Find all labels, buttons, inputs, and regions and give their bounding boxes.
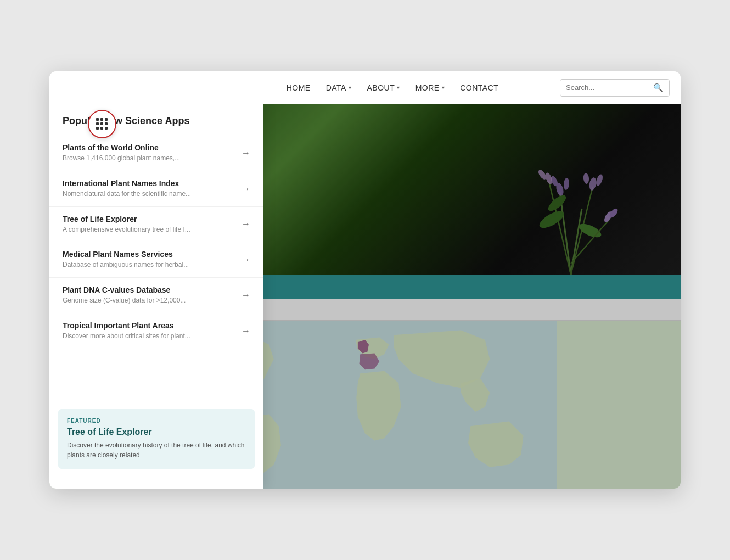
- main-area: 2: 447 (1835) BHL ↗ is a nanophanerophyt…: [49, 104, 681, 489]
- app-item-name: Tropical Important Plant Areas: [63, 321, 235, 330]
- app-item-name: Tree of Life Explorer: [63, 215, 235, 223]
- app-list: Plants of the World Online Browse 1,416,…: [49, 136, 263, 398]
- app-item-content: Plants of the World Online Browse 1,416,…: [63, 143, 235, 163]
- svg-point-12: [583, 173, 589, 184]
- nav-data[interactable]: DATA ▾: [326, 83, 352, 92]
- arrow-icon: →: [242, 255, 250, 265]
- featured-label: FEATURED: [67, 418, 246, 424]
- plant-image: [214, 104, 681, 275]
- chevron-down-icon: ▾: [442, 85, 445, 91]
- app-item-name: International Plant Names Index: [63, 179, 235, 188]
- nav-more[interactable]: MORE ▾: [415, 83, 445, 92]
- nav-links: HOME DATA ▾ ABOUT ▾ MORE ▾ CONTACT: [225, 83, 560, 92]
- app-item-desc: Browse 1,416,000 global plant names,...: [63, 154, 235, 163]
- app-item-desc: Discover more about critical sites for p…: [63, 332, 235, 341]
- app-item-tropical-areas[interactable]: Tropical Important Plant Areas Discover …: [49, 313, 263, 349]
- arrow-icon: →: [242, 219, 250, 229]
- app-item-name: Medical Plant Names Services: [63, 250, 235, 259]
- app-item-desc: Database of ambiguous names for herbal..…: [63, 260, 235, 270]
- svg-point-11: [595, 173, 604, 187]
- app-item-ipni[interactable]: International Plant Names Index Nomencla…: [49, 171, 263, 207]
- app-item-plants-world[interactable]: Plants of the World Online Browse 1,416,…: [49, 136, 263, 171]
- arrow-icon: →: [242, 148, 250, 158]
- featured-desc: Discover the evolutionary history of the…: [67, 440, 246, 460]
- app-item-content: Tree of Life Explorer A comprehensive ev…: [63, 215, 235, 234]
- nav-about[interactable]: ABOUT ▾: [367, 83, 400, 92]
- svg-point-10: [588, 177, 597, 191]
- svg-line-1: [571, 209, 582, 275]
- browser-frame: HOME DATA ▾ ABOUT ▾ MORE ▾ CONTACT 🔍: [49, 71, 681, 489]
- featured-title: Tree of Life Explorer: [67, 427, 246, 437]
- app-item-name: Plant DNA C-values Database: [63, 285, 235, 294]
- app-item-desc: Nomenclatural data for the scientific na…: [63, 189, 235, 199]
- navbar: HOME DATA ▾ ABOUT ▾ MORE ▾ CONTACT 🔍: [49, 71, 681, 104]
- app-item-desc: Genome size (C-value) data for >12,000..…: [63, 296, 235, 305]
- app-item-desc: A comprehensive evolutionary tree of lif…: [63, 225, 235, 234]
- search-bar[interactable]: 🔍: [560, 79, 670, 97]
- arrow-icon: →: [242, 326, 250, 336]
- app-item-medical-plant[interactable]: Medical Plant Names Services Database of…: [49, 242, 263, 278]
- app-item-name: Plants of the World Online: [63, 143, 235, 152]
- grid-apps-button[interactable]: [88, 110, 116, 138]
- app-item-dna-cvalues[interactable]: Plant DNA C-values Database Genome size …: [49, 278, 263, 313]
- featured-card[interactable]: FEATURED Tree of Life Explorer Discover …: [58, 409, 255, 469]
- chevron-down-icon: ▾: [349, 85, 352, 91]
- chevron-down-icon: ▾: [397, 85, 400, 91]
- arrow-icon: →: [242, 184, 250, 194]
- sidebar: Popular Kew Science Apps Plants of the W…: [49, 104, 263, 489]
- svg-point-8: [563, 178, 570, 191]
- app-item-content: Medical Plant Names Services Database of…: [63, 250, 235, 270]
- grid-icon: [96, 118, 108, 130]
- app-item-content: International Plant Names Index Nomencla…: [63, 179, 235, 199]
- sidebar-title: Popular Kew Science Apps: [49, 115, 263, 136]
- nav-contact[interactable]: CONTACT: [460, 83, 498, 92]
- svg-point-6: [546, 193, 569, 214]
- search-icon[interactable]: 🔍: [653, 83, 664, 93]
- plant-illustration: [461, 110, 670, 275]
- nav-home[interactable]: HOME: [287, 83, 311, 92]
- app-item-tree-of-life[interactable]: Tree of Life Explorer A comprehensive ev…: [49, 207, 263, 243]
- app-item-content: Plant DNA C-values Database Genome size …: [63, 285, 235, 305]
- search-input[interactable]: [566, 83, 649, 92]
- arrow-icon: →: [242, 290, 250, 300]
- app-item-content: Tropical Important Plant Areas Discover …: [63, 321, 235, 341]
